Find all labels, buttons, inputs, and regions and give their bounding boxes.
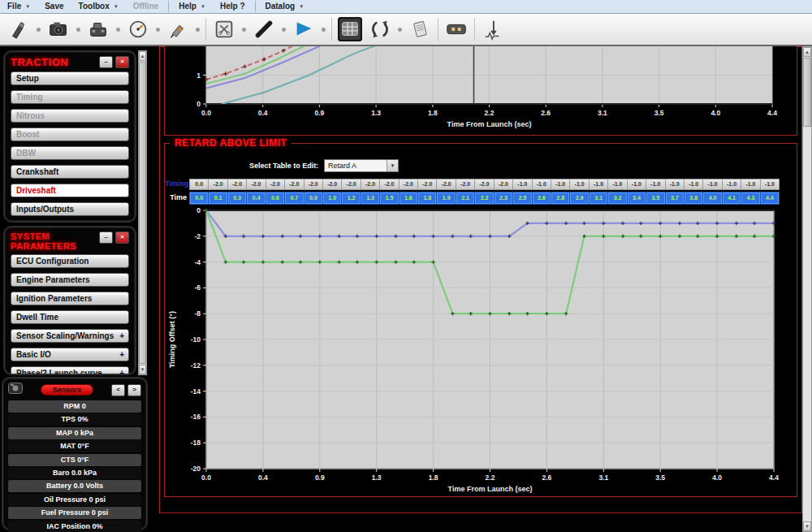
- menu-toolbox[interactable]: Toolbox▼: [71, 0, 126, 13]
- chevron-down-icon[interactable]: ▼: [387, 160, 398, 171]
- signal-probe-icon[interactable]: [481, 17, 505, 41]
- time-cell[interactable]: 1.3: [361, 192, 380, 205]
- time-cell[interactable]: 2.1: [456, 192, 475, 205]
- timing-cell[interactable]: -2.0: [323, 179, 342, 190]
- timing-cell[interactable]: 0.0: [189, 179, 209, 190]
- time-cell[interactable]: 3.7: [666, 192, 685, 205]
- flag-icon[interactable]: [292, 17, 316, 41]
- timing-cell[interactable]: -2.0: [400, 179, 418, 190]
- time-cell[interactable]: 3.5: [646, 192, 665, 205]
- timing-curves-chart[interactable]: 0.00.40.91.31.82.22.63.13.54.04.410Time …: [165, 46, 797, 134]
- toolbar-dropdown-dot[interactable]: [282, 28, 286, 32]
- time-cell[interactable]: 2.9: [570, 192, 589, 205]
- sensors-panel-icon[interactable]: [8, 383, 23, 397]
- timing-cell[interactable]: -1.0: [628, 179, 646, 190]
- ignition-module-icon[interactable]: [86, 17, 110, 41]
- time-cell[interactable]: 2.3: [495, 192, 513, 205]
- toolbar-dropdown-dot[interactable]: [322, 28, 326, 32]
- sidebar-button-phase-2-launch-curve[interactable]: Phase/2 Launch curve+: [11, 366, 129, 375]
- sidebar-scrollbar[interactable]: ▲ ▼: [138, 50, 147, 375]
- time-cell[interactable]: 0.1: [209, 192, 227, 205]
- main-scrollbar[interactable]: ▲ ▼: [802, 46, 812, 532]
- panel-minimize-button[interactable]: –: [99, 231, 113, 244]
- timing-cell[interactable]: -1.0: [666, 179, 685, 190]
- time-cell[interactable]: 4.0: [703, 192, 722, 205]
- menu-save[interactable]: Save: [37, 0, 71, 13]
- scroll-up-arrow-icon[interactable]: ▲: [139, 51, 146, 61]
- scrollbar-thumb[interactable]: [139, 62, 146, 364]
- toolbar-dropdown-dot[interactable]: [242, 28, 246, 32]
- timing-cell[interactable]: -1.0: [513, 179, 532, 190]
- toolbar-dropdown-dot[interactable]: [196, 28, 200, 32]
- time-cell[interactable]: 1.2: [342, 192, 361, 205]
- time-cell[interactable]: 2.8: [551, 192, 570, 205]
- crop-tool-icon[interactable]: [212, 17, 236, 41]
- timing-cell[interactable]: -2.0: [418, 179, 437, 190]
- sidebar-button-ignition-parameters[interactable]: Ignition Parameters: [11, 292, 129, 305]
- time-cell[interactable]: 0.7: [285, 192, 304, 205]
- toolbar-dropdown-dot[interactable]: [37, 28, 41, 32]
- time-cell[interactable]: 2.2: [475, 192, 494, 205]
- sensors-prev-button[interactable]: <: [111, 384, 125, 396]
- sidebar-button-engine-parameters[interactable]: Engine Parameters: [11, 273, 129, 287]
- menu-file[interactable]: File▼: [0, 0, 37, 13]
- time-cell[interactable]: 0.0: [189, 192, 209, 205]
- timing-cell[interactable]: -1.0: [608, 179, 627, 190]
- timing-cell[interactable]: -1.0: [685, 179, 703, 190]
- timing-cell[interactable]: -1.0: [723, 179, 741, 190]
- timing-offset-chart[interactable]: 0.00.40.91.31.82.22.63.13.54.04.40-2-4-6…: [165, 205, 797, 496]
- toolbar-dropdown-dot[interactable]: [398, 28, 402, 32]
- toolbar-dropdown-dot[interactable]: [76, 28, 80, 32]
- time-cell[interactable]: 1.8: [418, 192, 437, 205]
- timing-cell[interactable]: -2.0: [495, 179, 513, 190]
- sidebar-button-dwell-time[interactable]: Dwell Time: [11, 310, 129, 324]
- sidebar-button-basic-i-o[interactable]: Basic I/O+: [11, 348, 129, 361]
- sync-icon[interactable]: [368, 17, 392, 41]
- panel-close-button[interactable]: ×: [115, 231, 129, 244]
- notepad-icon[interactable]: [408, 17, 432, 41]
- timing-cell[interactable]: -1.0: [703, 179, 722, 190]
- time-cell[interactable]: 1.6: [400, 192, 418, 205]
- timing-cell[interactable]: -2.0: [475, 179, 494, 190]
- time-cell[interactable]: 1.9: [437, 192, 456, 205]
- time-cell[interactable]: 1.5: [380, 192, 399, 205]
- timing-cell[interactable]: -1.0: [741, 179, 760, 190]
- sidebar-button-inputs-outputs[interactable]: Inputs/Outputs: [11, 202, 129, 216]
- spark-plug-icon[interactable]: [6, 17, 31, 41]
- timing-cell[interactable]: -2.0: [209, 179, 227, 190]
- timing-cell[interactable]: -2.0: [304, 179, 323, 190]
- time-cell[interactable]: 3.1: [590, 192, 608, 205]
- time-cell[interactable]: 0.9: [304, 192, 323, 205]
- timing-cell[interactable]: -2.0: [342, 179, 361, 190]
- panel-minimize-button[interactable]: –: [99, 56, 113, 68]
- time-cell[interactable]: 0.3: [228, 192, 247, 205]
- timing-cell[interactable]: -2.0: [285, 179, 304, 190]
- display-icon[interactable]: [444, 17, 469, 41]
- camera-icon[interactable]: [46, 17, 71, 41]
- scroll-down-arrow-icon[interactable]: ▼: [139, 365, 146, 374]
- timing-cell[interactable]: -2.0: [456, 179, 475, 190]
- timing-cell[interactable]: -2.0: [361, 179, 380, 190]
- timing-cell[interactable]: -1.0: [551, 179, 570, 190]
- time-cell[interactable]: 4.4: [761, 192, 780, 205]
- timing-cell[interactable]: -1.0: [533, 179, 551, 190]
- time-cell[interactable]: 0.6: [266, 192, 285, 205]
- scroll-down-arrow-icon[interactable]: ▼: [803, 521, 811, 531]
- sidebar-button-sensor-scaling-warnings[interactable]: Sensor Scaling/Warnings+: [11, 329, 129, 343]
- time-cell[interactable]: 2.6: [533, 192, 551, 205]
- time-cell[interactable]: 2.5: [513, 192, 532, 205]
- marker-icon[interactable]: [252, 17, 276, 41]
- timing-cell[interactable]: -1.0: [646, 179, 665, 190]
- table-select-dropdown[interactable]: Retard A ▼: [324, 159, 399, 172]
- toolbar-dropdown-dot[interactable]: [156, 28, 160, 32]
- time-cell[interactable]: 4.3: [741, 192, 760, 205]
- menu-datalog[interactable]: Datalog▼: [258, 0, 312, 13]
- timing-cell[interactable]: -2.0: [380, 179, 399, 190]
- time-cell[interactable]: 3.8: [685, 192, 703, 205]
- timing-cell[interactable]: -2.0: [437, 179, 456, 190]
- timing-cell[interactable]: -2.0: [228, 179, 247, 190]
- timing-cell[interactable]: -1.0: [761, 179, 780, 190]
- timing-cell[interactable]: -1.0: [570, 179, 589, 190]
- timing-cell[interactable]: -2.0: [247, 179, 266, 190]
- table-grid-icon[interactable]: [338, 17, 362, 41]
